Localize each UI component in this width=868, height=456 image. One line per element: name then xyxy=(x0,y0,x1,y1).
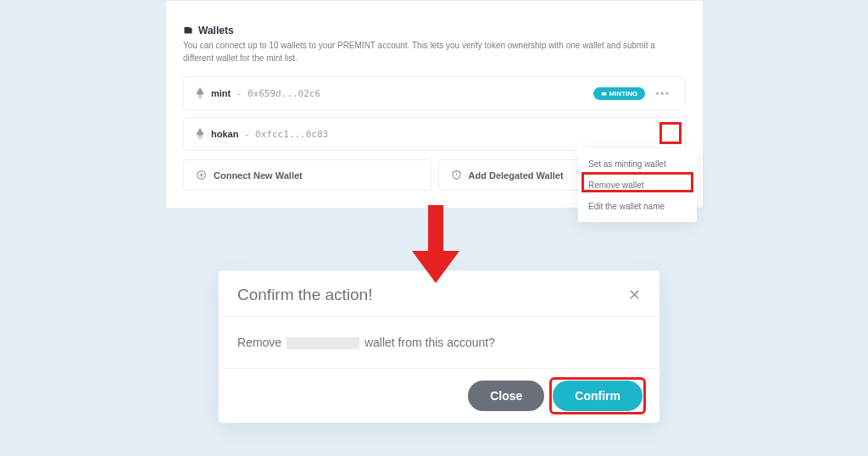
eth-icon xyxy=(196,87,204,99)
more-icon[interactable]: ••• xyxy=(652,87,673,100)
panel-title: Wallets xyxy=(198,25,234,36)
modal-body-suffix: wallet from this account? xyxy=(364,336,495,349)
arrow-down-icon xyxy=(412,205,459,283)
panel-description: You can connect up to 10 wallets to your… xyxy=(183,40,675,64)
dropdown-item-set-minting[interactable]: Set as minting wallet xyxy=(578,153,697,175)
svg-rect-4 xyxy=(428,205,443,253)
wallet-icon xyxy=(183,25,193,36)
modal-title: Confirm the action! xyxy=(237,286,372,304)
wallets-panel: Wallets You can connect up to 10 wallets… xyxy=(165,0,704,209)
separator: - xyxy=(245,129,248,139)
connect-wallet-button[interactable]: Connect New Wallet xyxy=(183,159,431,191)
wallet-dropdown: Set as minting wallet Remove wallet Edit… xyxy=(578,148,697,222)
wallet-address: 0xfcc1...0c83 xyxy=(255,129,328,140)
minting-badge: MINTING xyxy=(593,87,646,100)
confirm-button[interactable]: Confirm xyxy=(553,381,643,411)
wallet-address: 0x659d...02c6 xyxy=(248,88,320,99)
shield-icon xyxy=(451,170,462,181)
modal-body: Remove wallet from this account? xyxy=(219,317,659,369)
wallet-name: hokan xyxy=(211,129,238,139)
svg-rect-2 xyxy=(601,92,606,96)
wallet-row: mint - 0x659d...02c6 MINTING ••• xyxy=(183,76,686,110)
modal-body-prefix: Remove xyxy=(237,336,281,349)
separator: - xyxy=(237,88,241,98)
wallet-row: hokan - 0xfcc1...0c83 Set as minting wal… xyxy=(183,117,686,151)
close-icon[interactable]: ✕ xyxy=(628,286,641,304)
redacted-wallet-name xyxy=(287,337,359,349)
dropdown-item-remove[interactable]: Remove wallet xyxy=(578,175,697,196)
dropdown-item-edit[interactable]: Edit the wallet name xyxy=(578,196,697,217)
close-button[interactable]: Close xyxy=(468,381,544,411)
modal-footer: Close Confirm xyxy=(219,369,659,423)
svg-rect-1 xyxy=(185,27,191,29)
highlight-rectangle xyxy=(659,122,682,144)
wallet-name: mint xyxy=(211,88,231,98)
badge-label: MINTING xyxy=(609,90,638,97)
add-delegated-label: Add Delegated Wallet xyxy=(469,170,564,181)
plus-circle-icon xyxy=(196,170,207,181)
eth-icon xyxy=(196,128,204,140)
confirm-label: Confirm xyxy=(575,389,620,403)
connect-wallet-label: Connect New Wallet xyxy=(214,170,303,181)
panel-title-row: Wallets xyxy=(183,25,686,36)
confirm-modal: Confirm the action! ✕ Remove wallet from… xyxy=(219,270,659,423)
